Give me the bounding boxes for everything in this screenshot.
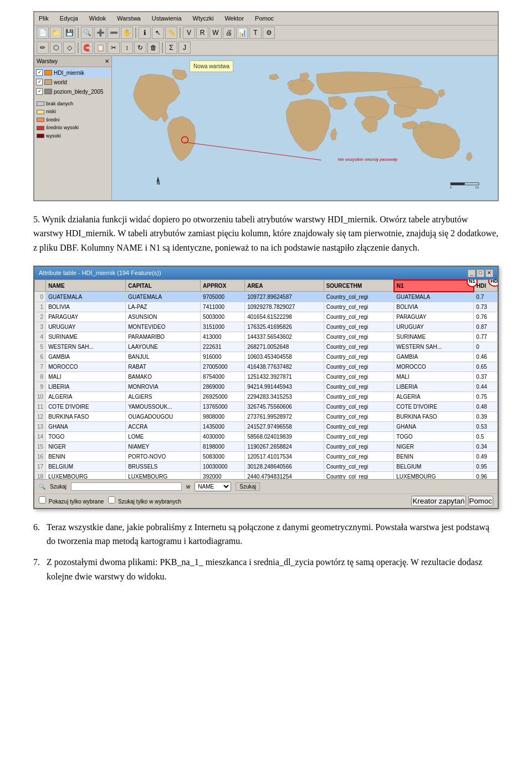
n1-cell: URUGUAY <box>394 322 474 332</box>
item-number-6: 6. <box>33 520 47 548</box>
layer-world[interactable]: ✓ world <box>35 78 110 87</box>
digitize-btn[interactable]: ⬡ <box>50 42 62 54</box>
open-project-btn[interactable]: 📁 <box>50 27 62 39</box>
table-row[interactable]: 11COTE D'IVOIREYAMOUSSOUK...137650003267… <box>35 401 498 411</box>
legend-swatch-sredniowysoki <box>37 126 44 130</box>
rotate-btn[interactable]: ↻ <box>134 42 146 54</box>
add-raster-btn[interactable]: R <box>196 27 208 39</box>
table-row[interactable]: 16BENINPORTO-NOVO5083000120517.41017534C… <box>35 451 498 461</box>
table-row[interactable]: 2PARAGUAYASUNSION5003000401654.61522298C… <box>35 312 498 322</box>
edit-btn[interactable]: ✏ <box>37 42 49 54</box>
zoom-full-btn[interactable]: 🔍 <box>81 27 93 39</box>
table-row[interactable]: 13GHANAACCRA1435000241527.97496558Countr… <box>35 421 498 431</box>
join-btn[interactable]: J <box>178 42 191 54</box>
table-row[interactable]: 7MOROCCORABAT27005000416438.77637482Coun… <box>35 362 498 372</box>
col-header-name[interactable]: NAME <box>46 280 126 292</box>
table-row[interactable]: 6GAMBIABANJUL91600010603.453404558Countr… <box>35 352 498 362</box>
layer-poziom[interactable]: ✓ poziom_bledy_2005 <box>35 87 110 96</box>
add-wms-btn[interactable]: W <box>209 27 222 39</box>
attribute-table-btn[interactable]: 📊 <box>236 27 248 39</box>
cut-btn[interactable]: ✂ <box>108 42 120 54</box>
print-btn[interactable]: 🖨 <box>223 27 235 39</box>
layers-close[interactable]: ✕ <box>105 57 109 65</box>
table-scroll-area[interactable]: NAME CAPITAL APPROX AREA SOURCETHM N1 N1… <box>34 279 498 479</box>
properties-btn[interactable]: ⚙ <box>263 27 275 39</box>
table-titlebar: Attribute table - HDI_miernik (194 Featu… <box>34 267 498 279</box>
col-header-capital[interactable]: CAPITAL <box>126 280 201 292</box>
area-cell: 120517.41017534 <box>245 451 324 461</box>
move-btn[interactable]: ↕ <box>121 42 133 54</box>
menu-plik[interactable]: Plik <box>37 13 51 24</box>
col-header-approx[interactable]: APPROX <box>201 280 245 292</box>
table-row[interactable]: 5WESTERN SAH...LAAYOUNE222631268271.0052… <box>35 342 498 352</box>
name-cell: LIBERIA <box>46 382 126 391</box>
table-row[interactable]: 18LUXEMBOURGLUXEMBOURG3920002440.4794831… <box>35 471 498 479</box>
query-builder-btn[interactable]: Kreator zapytań <box>411 496 466 506</box>
layer-check-world[interactable]: ✓ <box>36 79 43 85</box>
table-row[interactable]: 10ALGERIAALGIERS269250002294283.3415253C… <box>35 391 498 401</box>
table-row[interactable]: 9LIBERIAMONROVIA286900094214.991445943Co… <box>35 382 498 391</box>
snap-btn[interactable]: 🧲 <box>81 42 93 54</box>
col-header-n1[interactable]: N1 N1 <box>394 280 474 292</box>
table-row[interactable]: 3URUGUAYMONTEVIDEO3151000176325.41695826… <box>35 322 498 332</box>
legend-swatch-wysoki <box>37 134 44 138</box>
area-cell: 268271.0052648 <box>245 342 324 352</box>
search-selected-checkbox[interactable] <box>108 496 115 504</box>
search-field-select[interactable]: NAME CAPITAL APPROX AREA <box>195 482 231 491</box>
name-cell: BOLIVIA <box>46 302 126 312</box>
table-row[interactable]: 17BELGIUMBRUSSELS1003000030128.248640566… <box>35 461 498 471</box>
table-row[interactable]: 0GUATEMALAGUATEMALA9705000109727.8962458… <box>35 292 498 302</box>
label-btn[interactable]: T <box>249 27 262 39</box>
show-selected-label[interactable]: Pokazuj tylko wybrane <box>39 496 104 506</box>
legend-item-sredni: średni <box>37 116 109 124</box>
new-project-btn[interactable]: 📄 <box>37 27 49 39</box>
layer-hdi-miernik[interactable]: ✓ HDI_miernik <box>35 68 110 78</box>
zoom-out-btn[interactable]: ➖ <box>108 27 120 39</box>
menu-wektor[interactable]: Wektor <box>222 13 246 24</box>
table-row[interactable]: 8MALIBAMAKO87540001251432.3927871Country… <box>35 372 498 382</box>
table-row[interactable]: 1BOLIVIALA-PAZ741100010929278.7829027Cou… <box>35 302 498 312</box>
table-close-btn[interactable]: ✕ <box>485 269 493 277</box>
capital-cell: MONTEVIDEO <box>126 322 201 332</box>
table-maximize-btn[interactable]: □ <box>477 269 484 277</box>
zoom-in-btn[interactable]: ➕ <box>94 27 106 39</box>
search-selected-label[interactable]: Szukaj tylko w wybranych <box>108 496 181 506</box>
layer-name-hdi: HDI_miernik <box>54 69 84 77</box>
legend-label-sredniowysoki: średnio wysoki <box>46 124 79 132</box>
sourcethm-cell: Country_col_regi <box>324 391 394 401</box>
paste-btn[interactable]: 📋 <box>94 42 106 54</box>
help-btn[interactable]: Pomoc <box>468 496 493 506</box>
layer-check-hdi[interactable]: ✓ <box>36 69 43 76</box>
n1-cell: BENIN <box>394 451 474 461</box>
select-btn[interactable]: ↖ <box>152 27 164 39</box>
search-button[interactable]: Szukaj <box>236 482 260 491</box>
name-cell: COTE D'IVOIRE <box>46 401 126 411</box>
node-btn[interactable]: ◇ <box>63 42 75 54</box>
table-row[interactable]: 12BURKINA FASOOUAGADOUGOU9808000273761.9… <box>35 411 498 421</box>
map-view[interactable]: Nie wszystkie rekordy pasowały N 0 19 No… <box>112 56 498 200</box>
save-project-btn[interactable]: 💾 <box>63 27 75 39</box>
show-selected-checkbox[interactable] <box>39 496 46 504</box>
table-row[interactable]: 4SURINAMEPARAMARIBO413000144337.56543602… <box>35 332 498 342</box>
identify-btn[interactable]: ℹ <box>139 27 151 39</box>
menu-edycja[interactable]: Edycja <box>58 13 80 24</box>
measure-btn[interactable]: 📏 <box>165 27 177 39</box>
table-row[interactable]: 15NIGERNIAMEY81980001190267.2658824Count… <box>35 441 498 451</box>
col-header-area[interactable]: AREA <box>245 280 324 292</box>
table-minimize-btn[interactable]: _ <box>468 269 475 277</box>
field-calc-btn[interactable]: Σ <box>165 42 177 54</box>
name-cell: MALI <box>46 372 126 382</box>
menu-widok[interactable]: Widok <box>87 13 109 24</box>
menu-wtyczki[interactable]: Wtyczki <box>191 13 216 24</box>
col-header-sourcethm[interactable]: SOURCETHM <box>324 280 394 292</box>
table-row[interactable]: 14TOGOLOME403000058568.024019839Country_… <box>35 431 498 441</box>
menu-ustawienia[interactable]: Ustawienia <box>150 13 184 24</box>
delete-btn[interactable]: 🗑 <box>147 42 160 54</box>
layer-check-poziom[interactable]: ✓ <box>36 88 43 95</box>
menu-warstwa[interactable]: Warstwa <box>115 13 142 24</box>
search-input[interactable] <box>71 482 182 491</box>
add-vector-btn[interactable]: V <box>183 27 195 39</box>
n1-cell: ALGERIA <box>394 391 474 401</box>
menu-pomoc[interactable]: Pomoc <box>253 13 276 24</box>
pan-btn[interactable]: ✋ <box>121 27 133 39</box>
